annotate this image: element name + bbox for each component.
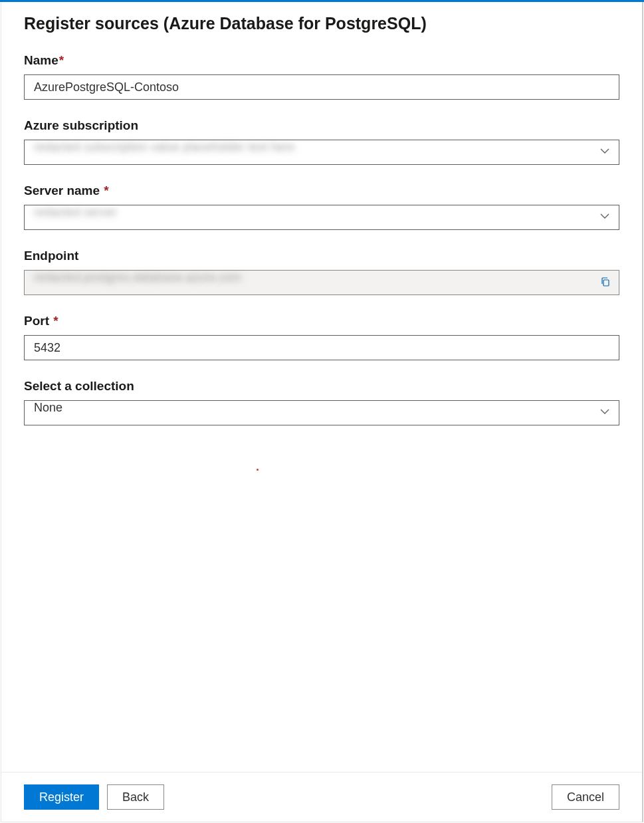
svg-rect-0 [603,280,609,286]
name-input[interactable] [24,74,619,100]
endpoint-field-group: Endpoint redacted.postgres.database.azur… [24,249,619,295]
name-field-group: Name* [24,53,619,100]
collection-select-wrapper: None [24,400,619,425]
endpoint-label: Endpoint [24,249,619,263]
subscription-field-group: Azure subscription redacted subscription… [24,118,619,165]
name-label: Name* [24,53,619,68]
cancel-button[interactable]: Cancel [552,784,619,810]
required-indicator: * [59,53,64,67]
copy-icon [600,277,611,289]
port-label: Port * [24,314,619,328]
panel-footer: Register Back Cancel [1,772,642,822]
collection-value: None [34,401,62,414]
collection-select[interactable]: None [24,400,619,425]
subscription-value-redacted: redacted subscription value placeholder … [34,140,294,154]
register-button[interactable]: Register [24,784,99,810]
subscription-select[interactable]: redacted subscription value placeholder … [24,140,619,165]
endpoint-readonly-wrapper: redacted.postgres.database.azure.com [24,270,619,295]
server-name-field-group: Server name * redacted server [24,183,619,230]
server-name-label-text: Server name [24,183,100,197]
endpoint-readonly: redacted.postgres.database.azure.com [24,270,619,295]
page-title: Register sources (Azure Database for Pos… [24,14,619,33]
server-name-select-wrapper: redacted server [24,205,619,230]
required-indicator: * [104,183,108,197]
port-field-group: Port * [24,314,619,360]
port-input[interactable] [24,335,619,360]
subscription-label: Azure subscription [24,118,619,133]
collection-label: Select a collection [24,379,619,394]
copy-endpoint-button[interactable] [598,275,613,290]
back-button[interactable]: Back [107,784,164,810]
endpoint-value-redacted: redacted.postgres.database.azure.com [34,271,241,284]
subscription-select-wrapper: redacted subscription value placeholder … [24,140,619,165]
server-name-label: Server name * [24,183,619,198]
name-label-text: Name [24,53,58,67]
decorative-dot [257,469,259,471]
collection-field-group: Select a collection None [24,379,619,425]
port-label-text: Port [24,314,49,328]
required-indicator: * [53,314,58,328]
form-content: Register sources (Azure Database for Pos… [1,2,642,772]
server-name-value-redacted: redacted server [34,205,117,219]
server-name-select[interactable]: redacted server [24,205,619,230]
register-sources-panel: Register sources (Azure Database for Pos… [1,2,643,822]
